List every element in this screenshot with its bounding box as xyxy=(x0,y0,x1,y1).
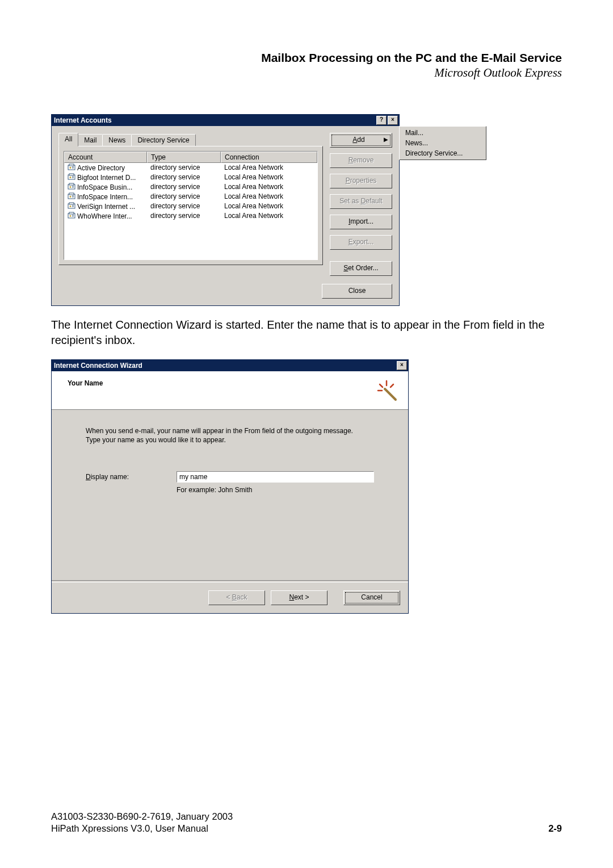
rolodex-icon xyxy=(68,192,75,201)
account-connection: Local Area Network xyxy=(221,192,317,202)
svg-line-32 xyxy=(391,384,393,387)
set-order-button[interactable]: Set Order... xyxy=(330,261,392,276)
account-name: WhoWhere Inter... xyxy=(77,212,132,220)
accounts-listview[interactable]: Account Type Connection Active Directory… xyxy=(64,151,318,260)
next-button[interactable]: Next > xyxy=(271,590,328,605)
list-item[interactable]: Bigfoot Internet D...directory serviceLo… xyxy=(64,173,317,182)
svg-point-27 xyxy=(70,215,72,217)
svg-point-2 xyxy=(70,167,72,169)
svg-rect-16 xyxy=(69,193,74,195)
export-button: Export... xyxy=(330,235,392,250)
page-number: 2-9 xyxy=(548,823,562,834)
rolodex-icon xyxy=(68,163,75,172)
account-type: directory service xyxy=(147,211,221,221)
submenu-item-directory-service[interactable]: Directory Service... xyxy=(401,148,485,158)
account-connection: Local Area Network xyxy=(221,182,317,192)
rolodex-icon xyxy=(68,202,75,211)
footer-docid: A31003-S2330-B690-2-7619, January 2003 xyxy=(51,811,562,822)
svg-rect-1 xyxy=(69,164,74,166)
account-type: directory service xyxy=(147,202,221,211)
window-title: Internet Connection Wizard xyxy=(54,362,396,370)
window-title: Internet Accounts xyxy=(54,116,375,124)
titlebar: Internet Accounts ? × xyxy=(52,115,399,126)
account-type: directory service xyxy=(147,163,221,173)
svg-rect-21 xyxy=(69,203,74,204)
list-item[interactable]: InfoSpace Intern...directory serviceLoca… xyxy=(64,192,317,202)
list-item[interactable]: Active Directorydirectory serviceLocal A… xyxy=(64,163,317,173)
svg-point-22 xyxy=(70,206,72,207)
set-as-default-button: Set as Default xyxy=(330,194,392,209)
account-name: VeriSign Internet ... xyxy=(77,203,135,211)
account-name: Active Directory xyxy=(77,164,125,172)
col-header-type[interactable]: Type xyxy=(147,152,221,163)
wizard-description-2: Type your name as you would like it to a… xyxy=(86,436,374,444)
section-subtitle: Microsoft Outlook Express xyxy=(51,66,562,80)
arrow-right-icon: ▶ xyxy=(384,133,388,146)
close-button[interactable]: Close xyxy=(322,284,392,299)
svg-line-31 xyxy=(380,384,383,387)
internet-accounts-window: Internet Accounts ? × All Mail News Dire… xyxy=(51,114,400,306)
list-item[interactable]: InfoSpace Busin...directory serviceLocal… xyxy=(64,182,317,192)
svg-point-12 xyxy=(70,186,72,188)
close-icon[interactable]: × xyxy=(397,361,407,370)
account-name: InfoSpace Busin... xyxy=(77,183,132,191)
account-type: directory service xyxy=(147,173,221,182)
page-footer: A31003-S2330-B690-2-7619, January 2003 H… xyxy=(51,811,562,834)
tab-mail[interactable]: Mail xyxy=(78,134,103,146)
display-name-example: For example: John Smith xyxy=(177,486,374,494)
rolodex-icon xyxy=(68,212,75,220)
tab-news[interactable]: News xyxy=(102,134,132,146)
account-connection: Local Area Network xyxy=(221,202,317,211)
display-name-label: Display name: xyxy=(86,473,177,481)
add-button[interactable]: Add▶ xyxy=(330,133,392,148)
remove-button: Remove xyxy=(330,153,392,168)
footer-manual: HiPath Xpressions V3.0, User Manual xyxy=(51,823,208,834)
import-button[interactable]: Import... xyxy=(330,215,392,229)
account-name: InfoSpace Intern... xyxy=(77,193,133,201)
close-icon[interactable]: × xyxy=(388,116,398,125)
svg-point-7 xyxy=(70,177,72,178)
svg-line-34 xyxy=(385,389,396,400)
submenu-item-mail[interactable]: Mail... xyxy=(401,128,485,138)
tab-directory-service[interactable]: Directory Service xyxy=(131,134,195,146)
col-header-connection[interactable]: Connection xyxy=(221,152,317,163)
help-icon[interactable]: ? xyxy=(376,116,387,125)
rolodex-icon xyxy=(68,183,75,191)
rolodex-icon xyxy=(68,173,75,182)
svg-rect-6 xyxy=(69,174,74,175)
wizard-heading: Your Name xyxy=(68,379,103,387)
svg-rect-26 xyxy=(69,212,74,214)
account-type: directory service xyxy=(147,182,221,192)
list-item[interactable]: VeriSign Internet ...directory serviceLo… xyxy=(64,202,317,211)
account-connection: Local Area Network xyxy=(221,163,317,173)
tab-all[interactable]: All xyxy=(58,133,78,146)
account-type: directory service xyxy=(147,192,221,202)
account-tabs: All Mail News Directory Service xyxy=(58,133,323,146)
cancel-button[interactable]: Cancel xyxy=(343,590,400,605)
col-header-account[interactable]: Account xyxy=(64,152,147,163)
instruction-paragraph: The Internet Connection Wizard is starte… xyxy=(51,317,562,348)
account-connection: Local Area Network xyxy=(221,173,317,182)
page-header: Mailbox Processing on the PC and the E-M… xyxy=(51,51,562,80)
list-item[interactable]: WhoWhere Inter...directory serviceLocal … xyxy=(64,211,317,221)
section-title: Mailbox Processing on the PC and the E-M… xyxy=(51,51,562,65)
titlebar: Internet Connection Wizard × xyxy=(52,360,408,371)
add-submenu: Mail... News... Directory Service... xyxy=(399,126,486,160)
submenu-item-news[interactable]: News... xyxy=(401,138,485,148)
account-name: Bigfoot Internet D... xyxy=(77,174,136,182)
internet-connection-wizard-window: Internet Connection Wizard × Your Name W… xyxy=(51,359,409,614)
account-connection: Local Area Network xyxy=(221,211,317,221)
svg-point-17 xyxy=(70,196,72,198)
wizard-description-1: When you send e-mail, your name will app… xyxy=(86,427,374,435)
properties-button: Properties xyxy=(330,174,392,188)
svg-rect-11 xyxy=(69,183,74,185)
display-name-input[interactable]: my name xyxy=(177,471,374,483)
back-button: < Back xyxy=(208,590,265,605)
wand-icon xyxy=(375,379,398,402)
